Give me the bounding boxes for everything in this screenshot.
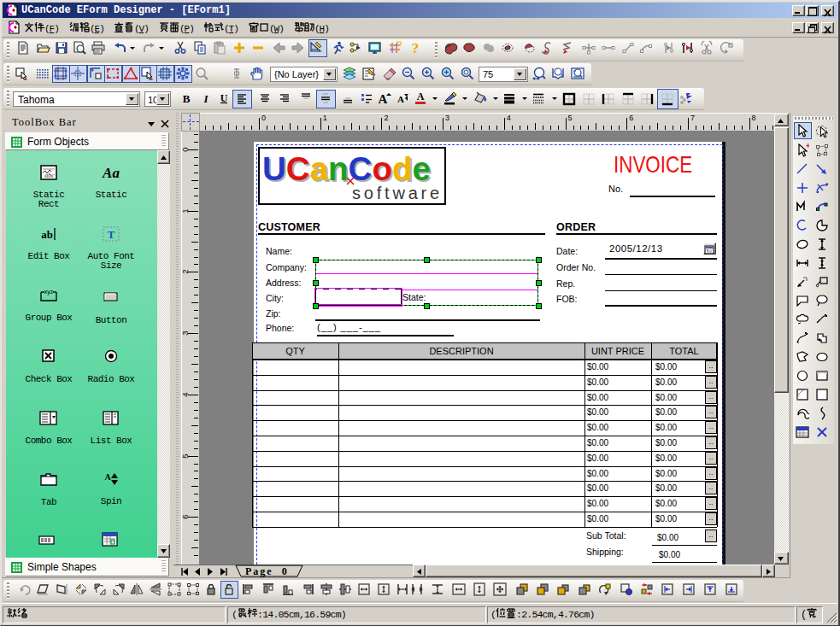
- svg-text:xyz: xyz: [44, 289, 54, 295]
- svg-text:Aa: Aa: [102, 165, 120, 180]
- svg-text:U: U: [220, 92, 228, 104]
- svg-text:+: +: [806, 143, 809, 150]
- svg-text:?: ?: [412, 41, 420, 55]
- svg-text:B: B: [183, 92, 191, 105]
- svg-text:ab: ab: [41, 228, 53, 241]
- svg-text:A: A: [379, 92, 388, 105]
- svg-text:A: A: [104, 472, 111, 482]
- svg-text:A: A: [397, 94, 404, 104]
- svg-text:A: A: [417, 91, 425, 102]
- svg-text:I: I: [203, 92, 209, 105]
- svg-text:T: T: [108, 228, 115, 241]
- svg-text:abc: abc: [44, 172, 55, 179]
